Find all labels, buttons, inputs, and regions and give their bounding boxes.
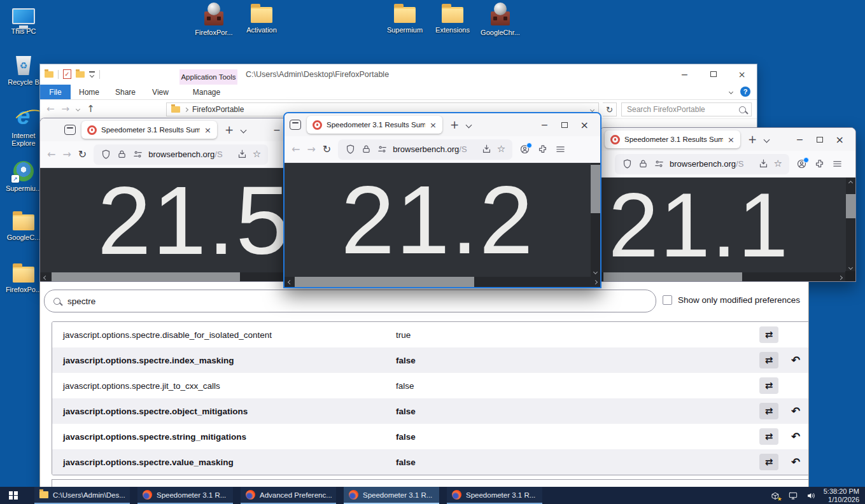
taskbar-item-explorer[interactable]: C:\Users\Admin\Des... <box>34 487 130 504</box>
back-button[interactable]: ← <box>46 103 55 115</box>
toggle-button[interactable]: ⇄ <box>759 454 778 470</box>
customize-toolbar-icon[interactable] <box>89 71 95 77</box>
firefox-view-button[interactable] <box>64 125 76 135</box>
refresh-button[interactable]: ↻ <box>603 102 617 116</box>
taskbar-item-firefox-2[interactable]: Advanced Preferenc... <box>241 487 336 504</box>
desktop-icon-supermium[interactable]: Supermium <box>381 3 428 34</box>
lock-icon[interactable] <box>361 144 372 155</box>
tab-view[interactable]: View <box>143 85 178 99</box>
tab-manage[interactable]: Manage <box>178 85 236 99</box>
explorer-search-box[interactable]: Search FirefoxPortable <box>621 102 752 116</box>
tab-list-icon[interactable] <box>764 136 770 143</box>
tab-share[interactable]: Share <box>108 85 143 99</box>
desktop-icon-googlechrome-installer[interactable]: GoogleChr... <box>477 3 524 36</box>
tab-close-icon[interactable]: × <box>430 120 437 130</box>
tab-close-icon[interactable]: × <box>728 135 735 144</box>
tab-home[interactable]: Home <box>71 85 108 99</box>
browser-tab[interactable]: Speedometer 3.1 Results Summa × <box>605 130 740 148</box>
browser-tab[interactable]: Speedometer 3.1 Results Summa × <box>81 121 217 139</box>
new-tab-button[interactable]: + <box>448 118 461 131</box>
download-icon[interactable] <box>481 144 492 155</box>
browser-tab[interactable]: Speedometer 3.1 Results Summa × <box>307 116 442 134</box>
desktop-icon-this-pc[interactable]: This PC <box>0 4 47 35</box>
volume-icon[interactable] <box>806 491 816 501</box>
lock-icon[interactable] <box>638 158 649 169</box>
permissions-icon[interactable] <box>132 149 143 160</box>
maximize-button[interactable] <box>561 122 568 128</box>
vertical-scrollbar[interactable] <box>591 163 600 277</box>
horizontal-scrollbar[interactable] <box>600 272 845 282</box>
lock-icon[interactable] <box>116 149 127 160</box>
tab-list-icon[interactable] <box>241 127 247 133</box>
reload-button[interactable]: ↻ <box>78 148 87 160</box>
reset-button[interactable]: ↶ <box>789 354 803 367</box>
forward-button[interactable]: → <box>62 148 71 160</box>
reset-button[interactable]: ↶ <box>789 405 803 417</box>
close-button[interactable]: × <box>580 119 589 131</box>
vertical-scrollbar[interactable] <box>846 178 855 272</box>
scrollbar-thumb[interactable] <box>295 277 474 287</box>
bookmark-star-icon[interactable]: ☆ <box>774 159 782 169</box>
minimize-button[interactable]: − <box>796 134 804 144</box>
toggle-button[interactable]: ⇄ <box>759 352 778 368</box>
bookmark-star-icon[interactable]: ☆ <box>253 150 261 159</box>
desktop-icon-extensions[interactable]: Extensions <box>429 3 476 34</box>
reset-button[interactable]: ↶ <box>789 430 803 443</box>
new-tab-button[interactable]: + <box>223 123 236 136</box>
shield-icon[interactable] <box>345 144 356 155</box>
shield-icon[interactable] <box>622 158 633 169</box>
toggle-button[interactable]: ⇄ <box>759 377 778 394</box>
toggle-button[interactable]: ⇄ <box>759 403 778 419</box>
toggle-button[interactable]: ⇄ <box>759 326 778 343</box>
permissions-icon[interactable] <box>654 158 665 169</box>
properties-icon[interactable]: ✓ <box>63 69 71 79</box>
new-tab-button[interactable]: + <box>746 133 759 146</box>
desktop-icon-activation[interactable]: Activation <box>238 3 285 34</box>
account-button[interactable] <box>796 158 807 169</box>
toggle-button[interactable]: ⇄ <box>759 428 778 445</box>
scrollbar-thumb[interactable] <box>603 272 742 282</box>
url-bar[interactable]: browserbench.org/S ☆ <box>338 139 512 160</box>
scroll-down-icon[interactable] <box>591 267 600 277</box>
scrollbar-thumb[interactable] <box>846 194 855 218</box>
close-button[interactable]: × <box>836 134 844 146</box>
minimize-button[interactable]: − <box>670 65 699 83</box>
horizontal-scrollbar[interactable] <box>285 277 600 287</box>
menu-hamburger-icon[interactable] <box>832 158 843 169</box>
breadcrumb-item[interactable]: FirefoxPortable <box>192 105 244 114</box>
taskbar-item-firefox-1[interactable]: Speedometer 3.1 R... <box>137 487 233 504</box>
taskbar-item-firefox-4[interactable]: Speedometer 3.1 R... <box>447 487 542 504</box>
bookmark-star-icon[interactable]: ☆ <box>497 144 505 154</box>
scroll-right-icon[interactable] <box>590 277 600 287</box>
maximize-button[interactable] <box>699 65 728 83</box>
menu-hamburger-icon[interactable] <box>555 144 566 155</box>
forward-button[interactable]: → <box>62 103 70 115</box>
minimize-button[interactable]: − <box>541 120 549 130</box>
scroll-left-icon[interactable] <box>40 272 50 282</box>
download-icon[interactable] <box>237 149 248 160</box>
shield-icon[interactable] <box>101 149 111 160</box>
maximize-button[interactable] <box>817 137 823 143</box>
tab-list-icon[interactable] <box>466 122 472 128</box>
horizontal-scrollbar[interactable] <box>40 272 292 282</box>
network-icon[interactable] <box>788 491 798 501</box>
ribbon-expand-icon[interactable] <box>729 89 733 94</box>
scrollbar-thumb[interactable] <box>591 165 600 213</box>
back-button[interactable]: ← <box>292 143 300 155</box>
scroll-up-icon[interactable] <box>846 178 855 188</box>
config-search-input[interactable]: spectre <box>44 290 656 312</box>
tab-file[interactable]: File <box>40 85 71 99</box>
tray-app-icon[interactable] <box>770 491 780 501</box>
firefox-view-button[interactable] <box>290 120 301 130</box>
taskbar-item-firefox-3-active[interactable]: Speedometer 3.1 R... <box>344 487 439 504</box>
recent-locations-icon[interactable] <box>76 106 80 111</box>
start-button[interactable] <box>0 487 27 504</box>
url-bar[interactable]: browserbench.org/S ☆ <box>615 154 789 174</box>
minimize-button[interactable]: − <box>273 125 281 135</box>
new-folder-icon[interactable] <box>76 71 85 78</box>
permissions-icon[interactable] <box>377 144 388 155</box>
address-dropdown-icon[interactable] <box>590 107 594 111</box>
tab-close-icon[interactable]: × <box>204 125 211 135</box>
url-bar[interactable]: browserbench.org/S ☆ <box>94 144 268 165</box>
account-button[interactable] <box>519 144 530 155</box>
